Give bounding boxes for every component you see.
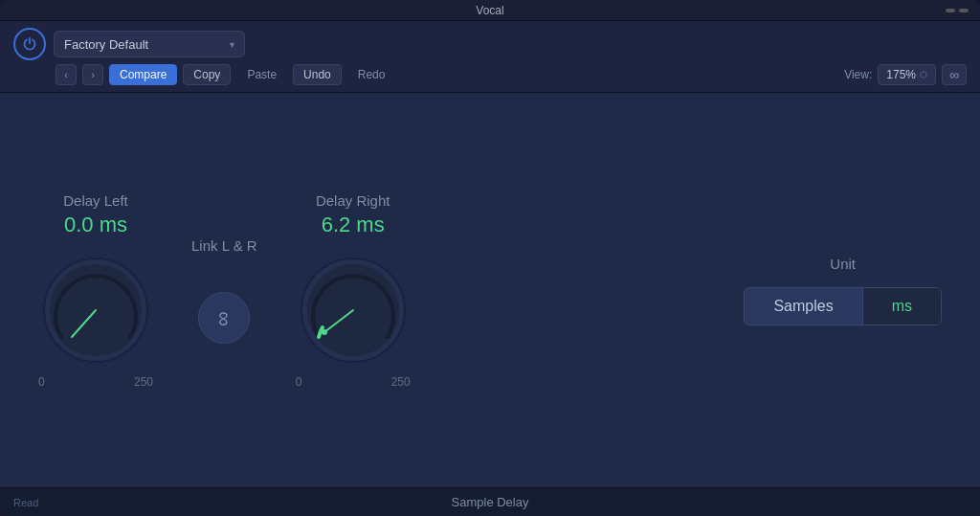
power-button[interactable] <box>13 28 46 60</box>
unit-label: Unit <box>830 256 856 272</box>
delay-left-range: 0 250 <box>38 375 153 389</box>
compare-button[interactable]: Compare <box>109 64 177 85</box>
svg-point-6 <box>322 329 327 335</box>
unit-ms-button[interactable]: ms <box>863 288 941 325</box>
bottom-bar: Read Sample Delay <box>0 487 980 516</box>
title-bar: Vocal <box>0 0 980 21</box>
view-area: View: 175% ⬡ ∞ <box>844 64 967 85</box>
delay-left-max: 250 <box>134 375 153 389</box>
delay-right-range: 0 250 <box>296 375 411 389</box>
nav-prev-button[interactable]: ‹ <box>56 64 77 85</box>
delay-right-value: 6.2 ms <box>322 213 385 237</box>
delay-left-label: Delay Left <box>63 192 128 209</box>
unit-section: Unit Samples ms <box>744 256 942 325</box>
delay-right-min: 0 <box>296 375 302 389</box>
delay-left-value: 0.0 ms <box>64 213 127 237</box>
link-view-icon: ∞ <box>949 67 959 82</box>
window-title: Vocal <box>476 4 503 17</box>
link-label: Link L & R <box>191 237 257 254</box>
dropdown-arrow-icon: ▾ <box>230 39 234 50</box>
link-section: Link L & R ∞ <box>191 237 257 344</box>
undo-button[interactable]: Undo <box>293 64 342 85</box>
unit-toggle: Samples ms <box>744 287 942 325</box>
read-label: Read <box>13 497 38 508</box>
delay-right-knob[interactable] <box>296 253 411 368</box>
view-percent-control[interactable]: 175% ⬡ <box>878 64 936 85</box>
delay-left-knob[interactable] <box>38 253 153 368</box>
toolbar-area: Factory Default ▾ ‹ › Compare Copy Paste… <box>0 21 980 93</box>
preset-name: Factory Default <box>64 37 224 52</box>
traffic-lights <box>946 9 969 12</box>
paste-button[interactable]: Paste <box>236 64 287 85</box>
delay-left-min: 0 <box>38 375 45 389</box>
toolbar-row2: ‹ › Compare Copy Paste Undo Redo View: 1… <box>0 64 980 92</box>
unit-samples-button[interactable]: Samples <box>745 288 862 325</box>
view-percent-arrows-icon: ⬡ <box>920 70 927 79</box>
delay-right-max: 250 <box>391 375 411 389</box>
plugin-name: Sample Delay <box>452 495 529 509</box>
link-button[interactable]: ∞ <box>198 292 250 344</box>
delay-right-label: Delay Right <box>316 192 390 209</box>
main-window: Vocal Factory Default ▾ ‹ › Compare <box>0 0 980 516</box>
traffic-light-1 <box>946 9 955 12</box>
main-content: Delay Left 0.0 ms 0 250 <box>0 93 980 487</box>
view-label: View: <box>844 68 872 81</box>
delay-right-section: Delay Right 6.2 ms <box>296 192 411 389</box>
delay-left-section: Delay Left 0.0 ms 0 250 <box>38 192 153 389</box>
link-view-button[interactable]: ∞ <box>942 64 967 85</box>
copy-button[interactable]: Copy <box>183 64 231 85</box>
toolbar-row1: Factory Default ▾ <box>0 21 980 64</box>
view-percent-value: 175% <box>886 68 916 81</box>
nav-next-button[interactable]: › <box>82 64 103 85</box>
link-icon: ∞ <box>212 311 236 325</box>
redo-button[interactable]: Redo <box>347 64 396 85</box>
preset-dropdown[interactable]: Factory Default ▾ <box>54 31 245 57</box>
traffic-light-2 <box>959 9 969 12</box>
